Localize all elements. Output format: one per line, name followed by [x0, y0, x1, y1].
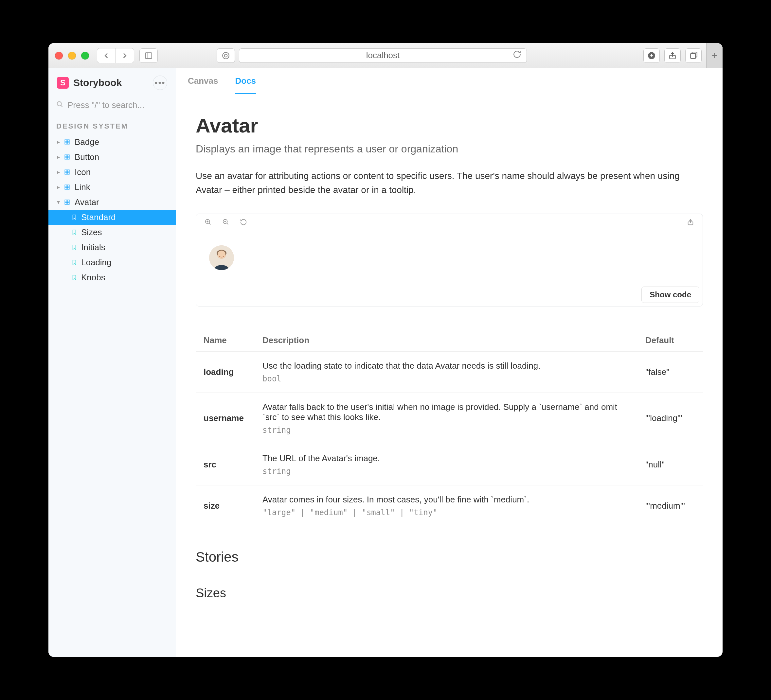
reader-button[interactable]	[216, 49, 235, 63]
prop-default: "'loading'"	[638, 393, 703, 444]
prop-name: src	[196, 444, 255, 485]
preview-toolbar	[196, 214, 703, 232]
story-icon	[72, 227, 77, 237]
window-close-button[interactable]	[55, 52, 63, 60]
tabs-button[interactable]	[685, 49, 702, 63]
prop-description: The URL of the Avatar's image. string	[255, 444, 638, 485]
svg-rect-21	[65, 185, 67, 187]
svg-rect-27	[65, 203, 67, 205]
svg-line-8	[61, 106, 62, 107]
caret-right-icon: ▸	[57, 169, 62, 175]
svg-line-30	[209, 223, 211, 225]
browser-window: localhost + S Storybook •••	[49, 43, 722, 657]
sidebar-item-icon[interactable]: ▸ Icon	[49, 164, 176, 180]
tab-canvas[interactable]: Canvas	[188, 68, 218, 94]
prop-name: size	[196, 485, 255, 526]
traffic-lights	[55, 52, 89, 60]
svg-rect-19	[65, 172, 67, 174]
sidebar-item-avatar[interactable]: ▾ Avatar	[49, 195, 176, 210]
content: Avatar Displays an image that represents…	[176, 94, 722, 657]
sidebar-item-link[interactable]: ▸ Link	[49, 180, 176, 195]
forward-button[interactable]	[115, 49, 134, 63]
window-maximize-button[interactable]	[81, 52, 89, 60]
window-minimize-button[interactable]	[68, 52, 76, 60]
tab-docs[interactable]: Docs	[235, 68, 256, 94]
avatar	[209, 245, 234, 270]
story-icon	[72, 257, 77, 268]
sidebar-item-label: Icon	[75, 167, 91, 177]
address-bar[interactable]: localhost	[239, 49, 527, 63]
sidebar-story-initials[interactable]: Initials	[49, 240, 176, 255]
nav-buttons	[97, 48, 134, 63]
component-icon	[63, 153, 71, 161]
sidebar-tree: ▸ Badge ▸ Button ▸ Icon ▸ Link	[49, 135, 176, 285]
show-sidebar-button[interactable]	[140, 49, 158, 63]
zoom-in-icon[interactable]	[205, 219, 212, 227]
sidebar-story-standard[interactable]: Standard	[49, 210, 176, 225]
caret-right-icon: ▸	[57, 184, 62, 191]
props-header-description: Description	[255, 330, 638, 352]
svg-point-2	[223, 52, 229, 59]
prop-default: "null"	[638, 444, 703, 485]
sidebar-story-loading[interactable]: Loading	[49, 255, 176, 270]
sidebar-header: S Storybook •••	[49, 68, 176, 97]
story-icon	[72, 212, 77, 223]
table-row: src The URL of the Avatar's image. strin…	[196, 444, 703, 485]
downloads-button[interactable]	[643, 49, 660, 63]
table-row: loading Use the loading state to indicat…	[196, 351, 703, 393]
titlebar-right: +	[643, 43, 716, 68]
preview-card: Show code	[196, 214, 703, 307]
component-icon	[63, 184, 71, 191]
reload-icon[interactable]	[513, 50, 521, 61]
svg-rect-9	[65, 140, 67, 141]
svg-rect-6	[691, 53, 695, 58]
story-icon	[72, 242, 77, 253]
svg-rect-24	[67, 187, 69, 189]
svg-rect-20	[67, 172, 69, 174]
svg-rect-18	[67, 170, 69, 172]
sidebar-item-button[interactable]: ▸ Button	[49, 149, 176, 164]
app-body: S Storybook ••• Press "/" to search... D…	[49, 68, 722, 657]
prop-description: Avatar comes in four sizes. In most case…	[255, 485, 638, 526]
new-tab-button[interactable]: +	[706, 43, 722, 68]
svg-rect-12	[67, 142, 69, 144]
sidebar-search[interactable]: Press "/" to search...	[56, 100, 168, 110]
back-button[interactable]	[97, 49, 115, 63]
sidebar-story-label: Sizes	[81, 227, 102, 237]
address-text: localhost	[366, 50, 400, 60]
titlebar: localhost +	[49, 43, 722, 68]
stories-heading: Stories	[196, 549, 703, 565]
sidebar-story-knobs[interactable]: Knobs	[49, 270, 176, 285]
svg-point-3	[224, 54, 228, 57]
sidebar-item-badge[interactable]: ▸ Badge	[49, 135, 176, 149]
props-header-default: Default	[638, 330, 703, 352]
prop-name: username	[196, 393, 255, 444]
component-icon	[63, 198, 71, 206]
svg-rect-22	[67, 185, 69, 187]
svg-rect-15	[65, 158, 67, 159]
sidebar-menu-button[interactable]: •••	[153, 76, 167, 90]
svg-rect-0	[145, 53, 152, 58]
svg-point-7	[57, 102, 62, 106]
svg-rect-26	[67, 200, 69, 202]
component-icon	[63, 169, 71, 175]
zoom-reset-icon[interactable]	[240, 219, 247, 227]
prop-description: Use the loading state to indicate that t…	[255, 351, 638, 393]
sidebar-story-label: Standard	[81, 212, 116, 223]
table-row: size Avatar comes in four sizes. In most…	[196, 485, 703, 526]
storybook-title: Storybook	[73, 77, 122, 88]
zoom-out-icon[interactable]	[222, 219, 229, 227]
page-description: Use an avatar for attributing actions or…	[196, 169, 703, 197]
preview-canvas	[196, 232, 703, 283]
share-button[interactable]	[664, 49, 681, 63]
table-row: username Avatar falls back to the user's…	[196, 393, 703, 444]
svg-rect-25	[65, 200, 67, 202]
main: Canvas Docs Avatar Displays an image tha…	[176, 68, 722, 657]
sidebar-story-sizes[interactable]: Sizes	[49, 225, 176, 240]
prop-name: loading	[196, 351, 255, 393]
open-external-icon[interactable]	[687, 219, 694, 227]
main-tabs: Canvas Docs	[176, 68, 722, 94]
component-icon	[63, 138, 71, 146]
svg-rect-28	[67, 203, 69, 205]
show-code-button[interactable]: Show code	[641, 287, 699, 303]
